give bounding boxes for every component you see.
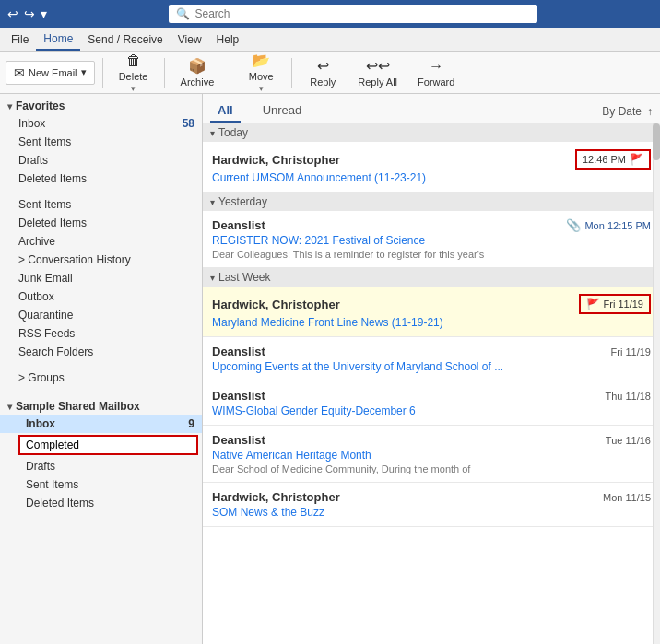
favorites-header[interactable]: ▾ Favorites xyxy=(0,94,202,114)
sidebar-item-deleted-sub[interactable]: Deleted Items xyxy=(0,494,202,512)
email-list-scroll[interactable]: ▾ Today Hardwick, Christopher 12:46 PM 🚩… xyxy=(203,123,660,644)
new-email-dropdown-arrow[interactable]: ▾ xyxy=(81,66,87,78)
reply-all-button[interactable]: ↩↩ Reply All xyxy=(349,53,406,92)
email-time: Fri 11/19 xyxy=(604,299,643,310)
menu-send-receive[interactable]: Send / Receive xyxy=(80,29,170,50)
menu-bar: File Home Send / Receive View Help xyxy=(0,28,660,52)
email-sender: Hardwick, Christopher xyxy=(212,153,340,167)
delete-button[interactable]: 🗑 Delete ▾ xyxy=(111,48,157,98)
main-layout: ▾ Favorites Inbox 58 Sent Items Drafts D… xyxy=(0,94,660,644)
email-sender: Deanslist xyxy=(212,389,265,403)
tab-bar: All Unread By Date ↑ xyxy=(203,94,660,123)
tab-unread[interactable]: Unread xyxy=(255,100,310,123)
archive-icon: 📦 xyxy=(188,57,206,75)
toolbar: ✉ New Email ▾ 🗑 Delete ▾ 📦 Archive 📂 Mov… xyxy=(0,52,660,94)
email-sender: Deanslist xyxy=(212,433,265,447)
email-sender: Hardwick, Christopher xyxy=(212,490,340,504)
title-bar: ↩ ↪ ▾ 🔍 xyxy=(0,0,660,28)
shared-mailbox-header[interactable]: ▾ Sample Shared Mailbox xyxy=(0,394,202,415)
email-subject: Current UMSOM Announcement (11-23-21) xyxy=(212,171,651,184)
toolbar-separator-1 xyxy=(102,58,103,88)
scrollbar-thumb[interactable] xyxy=(653,123,660,160)
email-header: Hardwick, Christopher Mon 11/15 xyxy=(212,490,651,504)
sidebar-item-archive[interactable]: Archive xyxy=(0,232,202,251)
sidebar-item-sent-sub[interactable]: Sent Items xyxy=(0,475,202,494)
sort-control[interactable]: By Date ↑ xyxy=(602,105,653,118)
undo-icon[interactable]: ↩ xyxy=(7,6,18,21)
sidebar-item-conv-history[interactable]: > Conversation History xyxy=(0,251,202,269)
sidebar-item-groups[interactable]: > Groups xyxy=(0,369,202,387)
sidebar: ▾ Favorites Inbox 58 Sent Items Drafts D… xyxy=(0,94,203,644)
redo-icon[interactable]: ↪ xyxy=(24,6,35,21)
sidebar-divider-1 xyxy=(0,188,202,195)
sidebar-item-sent[interactable]: Sent Items xyxy=(0,133,202,151)
section-today: ▾ Today xyxy=(203,123,660,142)
email-header: Hardwick, Christopher 12:46 PM 🚩 xyxy=(212,149,651,170)
sidebar-item-sent2[interactable]: Sent Items xyxy=(0,195,202,214)
sidebar-item-junk[interactable]: Junk Email xyxy=(0,269,202,287)
move-dropdown-arrow: ▾ xyxy=(259,84,264,93)
section-yesterday: ▾ Yesterday xyxy=(203,193,660,211)
menu-view[interactable]: View xyxy=(171,29,209,50)
email-item-lastweek-1[interactable]: Hardwick, Christopher 🚩 Fri 11/19 Maryla… xyxy=(203,287,660,337)
forward-icon: → xyxy=(429,58,443,75)
email-item-lastweek-2[interactable]: Deanslist Fri 11/19 Upcoming Events at t… xyxy=(203,337,660,381)
toolbar-separator-4 xyxy=(291,58,292,88)
email-sender: Deanslist xyxy=(212,218,265,232)
sidebar-item-rss[interactable]: RSS Feeds xyxy=(0,324,202,343)
flag-time-box: 🚩 Fri 11/19 xyxy=(579,294,651,314)
email-meta: 📎 Mon 12:15 PM xyxy=(566,218,651,232)
sidebar-item-quarantine[interactable]: Quarantine xyxy=(0,306,202,324)
sidebar-item-inbox[interactable]: Inbox 58 xyxy=(0,114,202,133)
customize-icon[interactable]: ▾ xyxy=(41,6,47,21)
email-item-lastweek-3[interactable]: Deanslist Thu 11/18 WIMS-Global Gender E… xyxy=(203,381,660,426)
menu-home[interactable]: Home xyxy=(36,29,80,51)
sidebar-item-deleted2[interactable]: Deleted Items xyxy=(0,214,202,232)
email-subject: WIMS-Global Gender Equity-December 6 xyxy=(212,404,651,417)
email-subject: SOM News & the Buzz xyxy=(212,506,651,519)
sidebar-item-drafts-sub[interactable]: Drafts xyxy=(0,457,202,475)
sidebar-item-drafts[interactable]: Drafts xyxy=(0,151,202,170)
scrollbar-track[interactable] xyxy=(653,123,660,644)
shared-mailbox-collapse-icon: ▾ xyxy=(7,402,12,412)
move-button[interactable]: 📂 Move ▾ xyxy=(238,47,284,98)
menu-file[interactable]: File xyxy=(4,29,36,50)
email-time: Mon 12:15 PM xyxy=(584,220,651,231)
email-sender: Deanslist xyxy=(212,345,265,358)
reply-all-icon: ↩↩ xyxy=(366,57,390,75)
email-item-lastweek-5[interactable]: Hardwick, Christopher Mon 11/15 SOM News… xyxy=(203,483,660,527)
sidebar-item-shared-inbox[interactable]: Inbox 9 xyxy=(0,415,202,433)
email-subject: Upcoming Events at the University of Mar… xyxy=(212,360,651,373)
flag-time-box: 12:46 PM 🚩 xyxy=(575,149,651,170)
email-time: Tue 11/16 xyxy=(606,435,651,446)
section-last-week: ▾ Last Week xyxy=(203,268,660,287)
sidebar-item-outbox[interactable]: Outbox xyxy=(0,287,202,306)
flag-icon: 🚩 xyxy=(586,298,600,310)
email-sender: Hardwick, Christopher xyxy=(212,298,340,311)
email-subject: Maryland Medicine Front Line News (11-19… xyxy=(212,316,651,329)
new-email-button[interactable]: ✉ New Email ▾ xyxy=(6,61,95,85)
email-time: 12:46 PM xyxy=(583,154,626,165)
archive-button[interactable]: 📦 Archive xyxy=(172,53,223,92)
email-preview: Dear School of Medicine Community, Durin… xyxy=(212,463,651,474)
email-time: Fri 11/19 xyxy=(611,346,651,357)
sidebar-item-deleted[interactable]: Deleted Items xyxy=(0,170,202,188)
toolbar-separator-2 xyxy=(164,58,165,88)
inbox-badge: 58 xyxy=(176,117,194,130)
forward-button[interactable]: → Forward xyxy=(409,53,463,92)
section-last-week-chevron: ▾ xyxy=(210,273,215,283)
sort-arrow-icon: ↑ xyxy=(647,105,653,118)
sidebar-item-completed[interactable]: Completed xyxy=(18,435,198,455)
email-item-lastweek-4[interactable]: Deanslist Tue 11/16 Native American Heri… xyxy=(203,426,660,483)
sidebar-item-search-folders[interactable]: Search Folders xyxy=(0,343,202,361)
tab-all[interactable]: All xyxy=(210,100,241,123)
email-item-yesterday-1[interactable]: Deanslist 📎 Mon 12:15 PM REGISTER NOW: 2… xyxy=(203,211,660,268)
reply-button[interactable]: ↩ Reply xyxy=(300,53,346,92)
search-input[interactable] xyxy=(195,7,530,20)
reply-icon: ↩ xyxy=(317,57,329,75)
section-today-chevron: ▾ xyxy=(210,128,215,138)
email-preview: Dear Colleagues: This is a reminder to r… xyxy=(212,249,651,260)
email-item-today-1[interactable]: Hardwick, Christopher 12:46 PM 🚩 Current… xyxy=(203,142,660,193)
toolbar-separator-3 xyxy=(230,58,230,88)
email-header: Deanslist 📎 Mon 12:15 PM xyxy=(212,218,651,232)
